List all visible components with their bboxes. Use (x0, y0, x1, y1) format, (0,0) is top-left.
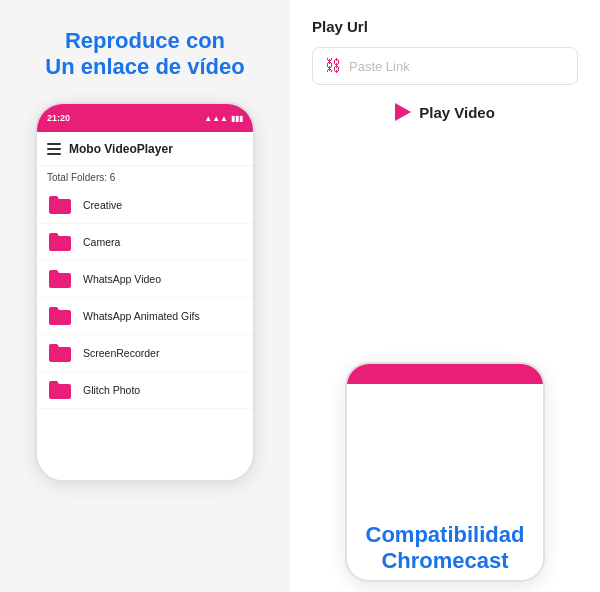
list-item[interactable]: WhatsApp Video (37, 261, 253, 298)
play-video-button[interactable]: Play Video (312, 103, 578, 121)
folder-icon (47, 379, 73, 401)
list-item[interactable]: Camera (37, 224, 253, 261)
play-url-label: Play Url (312, 18, 578, 35)
paste-link-box[interactable]: ⛓ Paste Link (312, 47, 578, 85)
folder-icon (47, 268, 73, 290)
left-panel: Reproduce con Un enlace de vídeo 21:20 ▲… (0, 0, 290, 592)
folder-name: WhatsApp Animated Gifs (83, 310, 200, 322)
play-video-label: Play Video (419, 104, 495, 121)
headline-line1: Reproduce con (45, 28, 244, 54)
status-bar: 21:20 ▲▲▲ ▮▮▮ (37, 104, 253, 132)
folder-icon (47, 194, 73, 216)
paste-placeholder: Paste Link (349, 59, 410, 74)
app-title: Mobo VideoPlayer (69, 142, 173, 156)
phone-toolbar: Mobo VideoPlayer (37, 132, 253, 166)
status-icons: ▲▲▲ ▮▮▮ (204, 114, 243, 123)
status-time: 21:20 (47, 113, 70, 123)
chromecast-line2: Chromecast (290, 548, 600, 574)
list-item[interactable]: Creative (37, 187, 253, 224)
play-triangle-icon (395, 103, 411, 121)
folder-name: Camera (83, 236, 120, 248)
folder-name: WhatsApp Video (83, 273, 161, 285)
list-item[interactable]: ScreenRecorder (37, 335, 253, 372)
folder-name: ScreenRecorder (83, 347, 159, 359)
left-headline: Reproduce con Un enlace de vídeo (45, 28, 244, 80)
list-item[interactable]: WhatsApp Animated Gifs (37, 298, 253, 335)
play-url-section: Play Url ⛓ Paste Link Play Video (290, 0, 600, 121)
hamburger-icon[interactable] (47, 143, 61, 155)
total-folders: Total Folders: 6 (37, 166, 253, 187)
folder-icon (47, 231, 73, 253)
folder-icon (47, 342, 73, 364)
signal-icon: ▲▲▲ (204, 114, 228, 123)
phone-mockup-left: 21:20 ▲▲▲ ▮▮▮ Mobo VideoPlayer Total Fol… (35, 102, 255, 482)
folder-name: Creative (83, 199, 122, 211)
list-item[interactable]: Glitch Photo (37, 372, 253, 409)
chromecast-label: Compatibilidad Chromecast (290, 522, 600, 574)
folder-list: Creative Camera WhatsApp Video WhatsApp … (37, 187, 253, 480)
link-icon: ⛓ (325, 57, 341, 75)
folder-name: Glitch Photo (83, 384, 140, 396)
folder-icon (47, 305, 73, 327)
battery-icon: ▮▮▮ (231, 114, 243, 123)
chromecast-line1: Compatibilidad (290, 522, 600, 548)
right-panel: Play Url ⛓ Paste Link Play Video Compati… (290, 0, 600, 592)
headline-line2: Un enlace de vídeo (45, 54, 244, 80)
right-status-bar (347, 364, 543, 384)
